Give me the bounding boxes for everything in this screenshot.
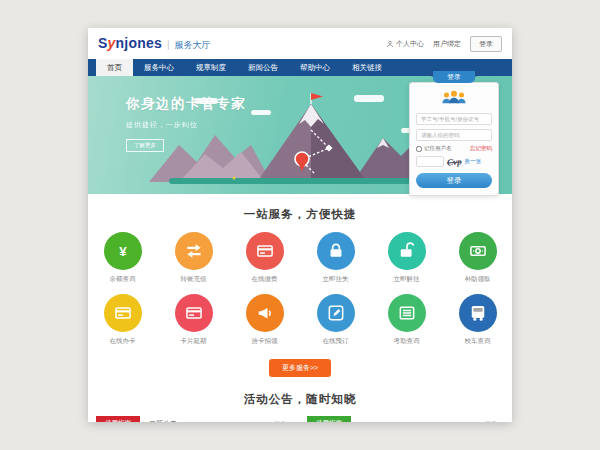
service-item[interactable]: 卡片延期: [172, 294, 216, 346]
logo-suffix: 服务大厅: [174, 39, 210, 52]
more-link-right[interactable]: 更多>>: [485, 420, 504, 423]
header-login-button[interactable]: 登录: [470, 36, 502, 52]
forgot-password-link[interactable]: 忘记密码: [470, 145, 492, 152]
announcements-title: 活动公告，随时知晓: [88, 392, 512, 407]
service-label: 立即挂失: [314, 275, 358, 284]
services-grid: ¥余额查询转账充值在线缴费立即挂失立即解挂补助领取在线办卡卡片延期拾卡招领在线预…: [88, 232, 512, 346]
site-header: Synjones | 服务大厅 个人中心 用户绑定 登录: [88, 28, 512, 59]
guide-ribbon-left[interactable]: 使用指南: [96, 416, 140, 422]
lock-icon: [317, 232, 355, 270]
service-item[interactable]: 在线预订: [314, 294, 358, 346]
hero-cta-button[interactable]: 了解更多: [126, 139, 164, 152]
service-label: 卡片延期: [172, 337, 216, 346]
logo-accent: y: [108, 35, 116, 51]
header-actions: 个人中心 用户绑定 登录: [386, 36, 502, 52]
user-binding-link[interactable]: 用户绑定: [433, 39, 461, 49]
nav-item[interactable]: 相关链接: [341, 59, 393, 76]
flag-icon: [311, 93, 323, 100]
banknote-icon: [459, 232, 497, 270]
password-input[interactable]: [416, 129, 492, 141]
latest-news-tab[interactable]: 最新公告: [149, 419, 177, 422]
users-icon: [416, 90, 492, 109]
service-item[interactable]: 在线缴费: [243, 232, 287, 284]
login-form: 记住用户名 忘记密码 Cvp 换一张 登录: [409, 82, 499, 196]
logo[interactable]: Synjones | 服务大厅: [98, 35, 210, 52]
announcement-column-right: 使用指南 更多>>: [307, 416, 504, 422]
service-item[interactable]: 在线办卡: [101, 294, 145, 346]
service-row: ¥余额查询转账充值在线缴费立即挂失立即解挂补助领取: [88, 232, 512, 284]
edit-icon: [317, 294, 355, 332]
service-item[interactable]: 立即解挂: [385, 232, 429, 284]
login-submit-button[interactable]: 登录: [416, 173, 492, 188]
hero-title: 你身边的卡管专家: [126, 95, 246, 113]
logo-text: Synjones: [98, 35, 162, 51]
service-item[interactable]: 校车查询: [456, 294, 500, 346]
person-icon: [386, 40, 394, 48]
bank-card-icon: [104, 294, 142, 332]
service-item[interactable]: 转账充值: [172, 232, 216, 284]
bank-card-icon: [246, 232, 284, 270]
captcha-input[interactable]: [416, 156, 444, 167]
megaphone-icon: [246, 294, 284, 332]
map-pin-icon: [295, 152, 309, 166]
website-window: Synjones | 服务大厅 个人中心 用户绑定 登录 首页服务中心规章制度新…: [88, 28, 512, 422]
service-label: 在线缴费: [243, 275, 287, 284]
announcement-column-left: 使用指南 最新公告 更多>>: [96, 416, 293, 422]
hero-subtitle: 提供捷径，一步到位: [126, 120, 246, 130]
guide-ribbon-right[interactable]: 使用指南: [307, 416, 351, 422]
nav-item[interactable]: 帮助中心: [289, 59, 341, 76]
username-input[interactable]: [416, 113, 492, 125]
service-item[interactable]: 拾卡招领: [243, 294, 287, 346]
captcha-row: Cvp 换一张: [416, 156, 492, 167]
services-title: 一站服务，方便快捷: [88, 207, 512, 222]
nav-item[interactable]: 服务中心: [133, 59, 185, 76]
hero-copy: 你身边的卡管专家 提供捷径，一步到位 了解更多: [126, 95, 246, 152]
remember-checkbox[interactable]: [416, 146, 422, 152]
remember-label: 记住用户名: [424, 145, 452, 152]
user-binding-label: 用户绑定: [433, 39, 461, 49]
logo-divider: |: [167, 39, 170, 50]
service-label: 在线办卡: [101, 337, 145, 346]
captcha-refresh-link[interactable]: 换一张: [465, 158, 482, 165]
personal-center-label: 个人中心: [396, 39, 424, 49]
service-label: 余额查询: [101, 275, 145, 284]
announcements-section: 活动公告，随时知晓 使用指南 最新公告 更多>> 使用指南 更多>>: [88, 392, 512, 422]
login-tab[interactable]: 登录: [433, 71, 475, 83]
remember-row: 记住用户名 忘记密码: [416, 145, 492, 152]
yen-icon: ¥: [104, 232, 142, 270]
transfer-arrows-icon: [175, 232, 213, 270]
nav-item[interactable]: 首页: [96, 59, 133, 76]
login-panel: 登录 记住用户名 忘记密码 Cvp 换一张 登录: [409, 71, 499, 196]
svg-text:¥: ¥: [119, 244, 127, 259]
service-item[interactable]: 考勤查询: [385, 294, 429, 346]
service-label: 补助领取: [456, 275, 500, 284]
nav-item[interactable]: 规章制度: [185, 59, 237, 76]
personal-center-link[interactable]: 个人中心: [386, 39, 424, 49]
bank-card-icon: [175, 294, 213, 332]
service-label: 立即解挂: [385, 275, 429, 284]
unlock-icon: [388, 232, 426, 270]
bus-icon: [459, 294, 497, 332]
service-item[interactable]: 补助领取: [456, 232, 500, 284]
service-item[interactable]: ¥余额查询: [101, 232, 145, 284]
service-label: 拾卡招领: [243, 337, 287, 346]
more-link-left[interactable]: 更多>>: [274, 420, 293, 423]
services-section: 一站服务，方便快捷 ¥余额查询转账充值在线缴费立即挂失立即解挂补助领取在线办卡卡…: [88, 194, 512, 377]
service-label: 转账充值: [172, 275, 216, 284]
service-label: 校车查询: [456, 337, 500, 346]
announcement-tabs: 使用指南 最新公告 更多>> 使用指南 更多>>: [88, 416, 512, 422]
more-services-button[interactable]: 更多服务>>: [269, 359, 331, 377]
service-item[interactable]: 立即挂失: [314, 232, 358, 284]
service-row: 在线办卡卡片延期拾卡招领在线预订考勤查询校车查询: [88, 294, 512, 346]
nav-item[interactable]: 新闻公告: [237, 59, 289, 76]
service-label: 在线预订: [314, 337, 358, 346]
service-label: 考勤查询: [385, 337, 429, 346]
list-icon: [388, 294, 426, 332]
captcha-image: Cvp: [447, 156, 462, 167]
